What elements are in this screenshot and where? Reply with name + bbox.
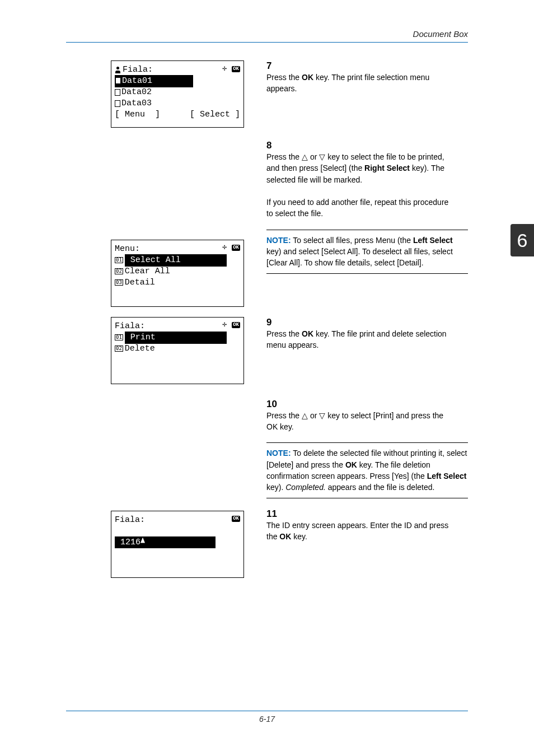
item-number-icon: 01 xyxy=(115,257,123,263)
item-number-icon: 03 xyxy=(115,279,123,286)
step-number: 11 xyxy=(266,508,281,520)
menu-item: 02 Clear All xyxy=(115,266,240,277)
nav-ok-indicator: ✢ OK xyxy=(222,63,240,76)
item-number-icon: 02 xyxy=(115,268,123,274)
file-icon xyxy=(115,100,120,107)
lcd-screen-print-delete: ✢ OK Fiala: 01 Print 02 Delete xyxy=(111,317,244,384)
lcd-screen-menu: ✢ OK Menu: 01 Select All 02 Clear All 03… xyxy=(111,240,244,307)
item-number-icon: 01 xyxy=(115,334,123,340)
down-triangle-icon: ▽ xyxy=(319,152,325,161)
softkey-left: [ Menu ] xyxy=(115,109,160,121)
note-label: NOTE: xyxy=(266,449,291,458)
softkey-row: [ Menu ] [ Select ] xyxy=(115,109,240,120)
nav-ok-indicator: ✢ OK xyxy=(222,320,240,332)
ok-icon: OK xyxy=(232,66,240,72)
nav-arrows-icon: ✢ xyxy=(222,64,227,74)
menu-label: Detail xyxy=(125,277,155,289)
screen-title: Menu: xyxy=(115,243,140,255)
cursor-icon xyxy=(140,538,144,545)
step-number: 8 xyxy=(266,140,281,151)
screen-title-line: Fiala: xyxy=(115,321,240,332)
ok-icon: OK xyxy=(232,516,240,522)
menu-item: 02 Delete xyxy=(115,343,240,354)
up-triangle-icon: △ xyxy=(302,152,308,161)
file-name: Data03 xyxy=(121,97,152,110)
step-number: 9 xyxy=(266,317,281,328)
step-text: Press the △ or ▽ key to select the file … xyxy=(266,151,452,220)
note-1: NOTE: To select all files, press Menu (t… xyxy=(266,230,468,274)
ok-icon: OK xyxy=(232,245,240,251)
step-8: 8 Press the △ or ▽ key to select the fil… xyxy=(266,140,468,220)
nav-ok-indicator: ✢ OK xyxy=(222,242,240,255)
screen-title: Fiala: xyxy=(115,320,145,333)
screen-title: Fiala: xyxy=(123,64,153,76)
page-header: Document Box xyxy=(66,29,468,43)
id-value: 1216 xyxy=(120,538,140,547)
page-number: 6-17 xyxy=(259,715,275,724)
menu-label: Delete xyxy=(125,343,155,355)
step-text: Press the OK key. The file print and del… xyxy=(266,328,452,351)
step-9: 9 Press the OK key. The file print and d… xyxy=(266,317,468,351)
section-tab: 6 xyxy=(510,224,534,256)
section-number: 6 xyxy=(517,230,528,251)
step-number: 7 xyxy=(266,60,281,72)
menu-label: Clear All xyxy=(125,265,170,278)
step-number: 10 xyxy=(266,399,281,410)
softkey-right: [ Select ] xyxy=(190,109,240,121)
screen-title-line: Fiala: xyxy=(115,515,240,526)
ok-indicator: OK xyxy=(232,514,240,526)
step-7: 7 Press the OK key. The print file selec… xyxy=(266,60,468,95)
menu-label: Select All xyxy=(130,255,181,265)
menu-item-selected: 01 Select All xyxy=(115,255,240,266)
file-name: Data01 xyxy=(122,76,152,86)
note-label: NOTE: xyxy=(266,236,291,245)
item-number-icon: 02 xyxy=(115,346,123,352)
file-row-selected: Data01 xyxy=(115,76,240,87)
step-text: Press the OK key. The print file selecti… xyxy=(266,72,452,95)
menu-label: Print xyxy=(130,333,156,342)
file-row: Data03 xyxy=(115,98,240,109)
screen-title: Fiala: xyxy=(115,514,145,526)
id-entry-line: 1216 xyxy=(115,537,240,548)
menu-item: 03 Detail xyxy=(115,277,240,288)
down-triangle-icon: ▽ xyxy=(319,411,325,420)
step-text: The ID entry screen appears. Enter the I… xyxy=(266,520,452,543)
header-title: Document Box xyxy=(413,29,468,39)
up-triangle-icon: △ xyxy=(302,411,308,420)
file-icon xyxy=(115,89,120,96)
screen-title-line: Menu: xyxy=(115,244,240,255)
menu-item-selected: 01 Print xyxy=(115,332,240,343)
lcd-screen-file-list: ✢ OK Fiala: Data01 Data02 Data03 [ Menu … xyxy=(111,60,244,128)
step-10: 10 Press the △ or ▽ key to select [Print… xyxy=(266,399,468,433)
person-icon xyxy=(115,67,121,73)
file-row: Data02 xyxy=(115,87,240,98)
nav-arrows-icon: ✢ xyxy=(222,320,227,330)
file-icon xyxy=(115,77,121,84)
page-footer: 6-17 xyxy=(66,711,468,724)
note-2: NOTE: To delete the selected file withou… xyxy=(266,442,468,498)
lcd-screen-id-entry: OK Fiala: 1216 xyxy=(111,511,244,578)
screen-title-line: Fiala: xyxy=(115,64,240,76)
step-text: Press the △ or ▽ key to select [Print] a… xyxy=(266,410,452,433)
ok-icon: OK xyxy=(232,322,240,328)
nav-arrows-icon: ✢ xyxy=(222,242,227,253)
step-11: 11 The ID entry screen appears. Enter th… xyxy=(266,508,468,543)
file-name: Data02 xyxy=(121,86,152,99)
